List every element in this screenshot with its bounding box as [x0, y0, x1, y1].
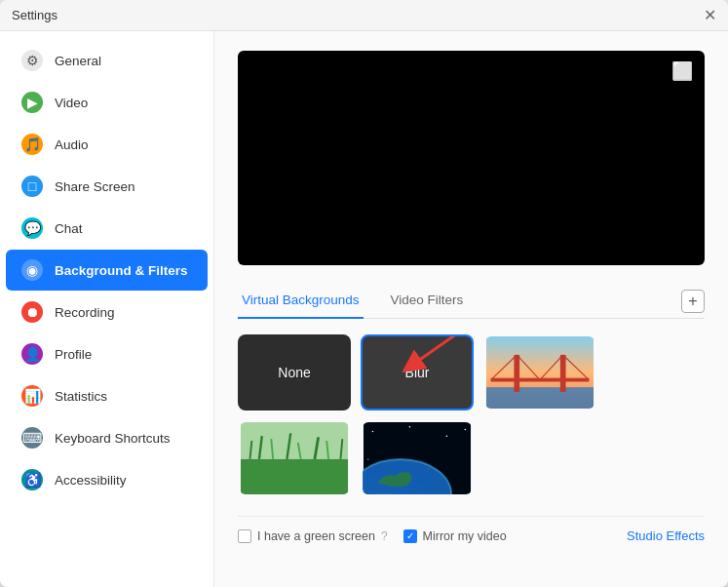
sidebar-item-profile[interactable]: 👤Profile — [6, 333, 208, 374]
window-title: Settings — [12, 8, 57, 22]
sidebar-item-sharescreen[interactable]: □Share Screen — [6, 166, 208, 207]
sidebar-label-general: General — [55, 54, 101, 68]
sidebar-label-video: Video — [55, 96, 88, 110]
sidebar-label-profile: Profile — [55, 347, 92, 362]
green-screen-checkbox[interactable] — [238, 529, 251, 543]
sidebar-item-statistics[interactable]: 📊Statistics — [6, 375, 208, 416]
svg-point-23 — [446, 435, 448, 437]
tab-virtual-backgrounds[interactable]: Virtual Backgrounds — [238, 285, 364, 319]
settings-window: Settings ✕ ⚙General▶Video🎵Audio□Share Sc… — [0, 0, 728, 587]
svg-rect-4 — [560, 355, 566, 392]
tab-video-filters[interactable]: Video Filters — [387, 285, 468, 319]
green-screen-option[interactable]: I have a green screen ? — [238, 529, 388, 543]
sidebar-item-recording[interactable]: ⏺Recording — [6, 292, 208, 333]
sidebar-label-statistics: Statistics — [55, 389, 107, 404]
sidebar: ⚙General▶Video🎵Audio□Share Screen💬Chat◉B… — [0, 31, 214, 587]
chat-icon: 💬 — [21, 217, 43, 239]
bg-icon: ◉ — [21, 259, 43, 281]
bottom-bar: I have a green screen ? ✓ Mirror my vide… — [238, 516, 705, 547]
audio-icon: 🎵 — [21, 134, 43, 155]
accessibility-icon: ♿ — [21, 469, 43, 490]
svg-point-21 — [372, 431, 374, 433]
svg-point-24 — [465, 429, 467, 431]
sidebar-label-recording: Recording — [55, 305, 115, 320]
keyboard-icon: ⌨ — [21, 427, 43, 449]
add-background-button[interactable]: + — [681, 290, 705, 313]
svg-rect-3 — [514, 355, 519, 392]
main-panel: ⬜ Virtual Backgrounds Video Filters + No… — [214, 31, 728, 587]
studio-effects-link[interactable]: Studio Effects — [627, 528, 705, 543]
profile-icon: 👤 — [21, 343, 43, 365]
general-icon: ⚙ — [21, 50, 43, 71]
sidebar-label-keyboard: Keyboard Shortcuts — [55, 431, 171, 446]
sidebar-item-chat[interactable]: 💬Chat — [6, 208, 208, 249]
sidebar-item-audio[interactable]: 🎵Audio — [6, 124, 208, 165]
sidebar-item-video[interactable]: ▶Video — [6, 82, 208, 123]
background-grass[interactable] — [238, 420, 351, 496]
svg-rect-11 — [241, 459, 348, 494]
sidebar-label-accessibility: Accessibility — [55, 473, 127, 488]
tabs-row: Virtual Backgrounds Video Filters + — [238, 285, 705, 319]
statistics-icon: 📊 — [21, 385, 43, 407]
video-preview: ⬜ — [238, 51, 705, 265]
titlebar: Settings ✕ — [0, 0, 728, 31]
background-none[interactable]: None — [238, 334, 351, 411]
sidebar-item-bg[interactable]: ◉Background & Filters — [6, 250, 208, 291]
green-screen-info-icon[interactable]: ? — [381, 529, 388, 543]
sidebar-item-keyboard[interactable]: ⌨Keyboard Shortcuts — [6, 417, 208, 458]
sidebar-item-accessibility[interactable]: ♿Accessibility — [6, 459, 208, 500]
background-bridge[interactable] — [483, 334, 596, 411]
background-blur[interactable]: Blur — [361, 334, 474, 411]
close-button[interactable]: ✕ — [704, 8, 716, 23]
video-camera-icon: ⬜ — [671, 60, 693, 82]
svg-rect-5 — [491, 378, 590, 382]
sidebar-label-bg: Background & Filters — [55, 263, 188, 278]
video-icon: ▶ — [21, 92, 43, 113]
backgrounds-grid: None Blur — [238, 334, 705, 496]
svg-point-22 — [409, 426, 411, 428]
sidebar-label-sharescreen: Share Screen — [55, 179, 135, 194]
main-content-area: ⚙General▶Video🎵Audio□Share Screen💬Chat◉B… — [0, 31, 728, 587]
svg-rect-2 — [486, 387, 594, 409]
mirror-video-checkbox[interactable]: ✓ — [403, 529, 417, 543]
sidebar-label-chat: Chat — [55, 221, 83, 236]
sidebar-item-general[interactable]: ⚙General — [6, 40, 208, 81]
sharescreen-icon: □ — [21, 176, 43, 197]
mirror-video-option[interactable]: ✓ Mirror my video — [403, 529, 507, 543]
recording-icon: ⏺ — [21, 301, 43, 323]
background-earth[interactable] — [361, 420, 474, 496]
sidebar-label-audio: Audio — [55, 137, 89, 152]
